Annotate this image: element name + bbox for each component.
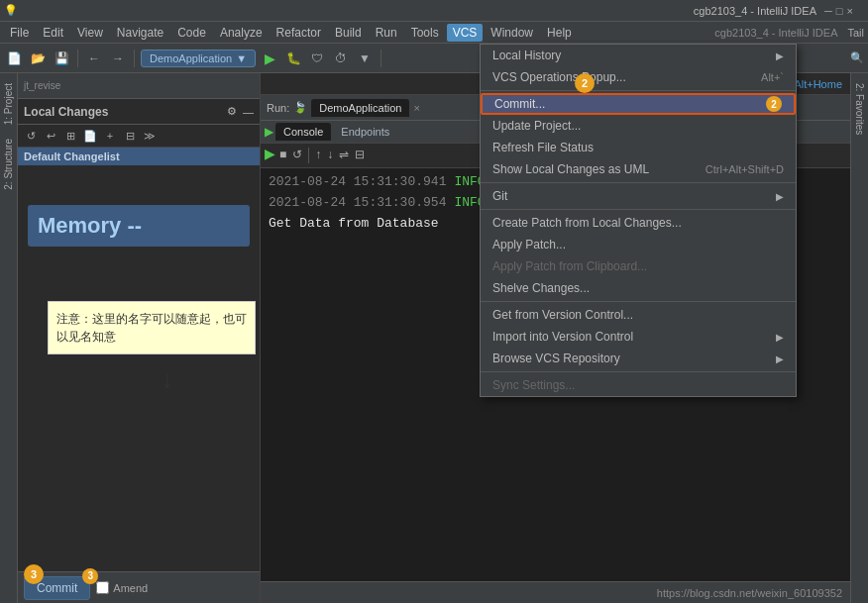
scroll-down-btn[interactable]: ↓ <box>325 146 335 165</box>
menu-code[interactable]: Code <box>171 24 212 42</box>
group-icon[interactable]: ⊟ <box>121 127 139 145</box>
uml-shortcut: Ctrl+Alt+Shift+D <box>705 163 784 175</box>
more-run-btn[interactable]: ▼ <box>355 49 375 68</box>
nav-bar-shortcut: Alt+Home <box>794 78 842 90</box>
favorites-tab[interactable]: 2: Favorites <box>852 77 867 141</box>
get-from-vc-label: Get from Version Control... <box>492 308 633 322</box>
apply-patch-label: Apply Patch... <box>492 238 566 251</box>
operations-popup-label: VCS Operations Popup... <box>492 70 626 84</box>
menu-tools[interactable]: Tools <box>405 24 445 42</box>
vcs-update[interactable]: Update Project... <box>481 115 796 137</box>
vcs-sync-settings: Sync Settings... <box>481 374 796 396</box>
rerun-btn[interactable]: ↺ <box>290 146 304 165</box>
run-config-chevron: ▼ <box>236 52 247 64</box>
menu-vcs[interactable]: VCS <box>447 24 484 42</box>
panel-toolbar: ↺ ↩ ⊞ 📄 + ⊟ ≫ <box>18 125 260 148</box>
diff-icon[interactable]: ⊞ <box>61 127 79 145</box>
vcs-commit[interactable]: Commit... 2 <box>481 93 796 115</box>
minimize-btn[interactable]: ─ <box>824 5 832 17</box>
amend-checkbox-area[interactable]: Amend <box>96 581 148 594</box>
expand-icon[interactable]: ≫ <box>141 127 159 145</box>
save-btn[interactable]: 💾 <box>52 49 71 68</box>
menu-refactor[interactable]: Refactor <box>271 24 327 42</box>
panel-header: jt_revise <box>18 73 260 99</box>
operations-shortcut: Alt+` <box>761 71 784 83</box>
run-tab-close[interactable]: × <box>413 102 419 114</box>
close-btn[interactable]: × <box>846 5 852 17</box>
forward-btn[interactable]: → <box>108 49 128 68</box>
back-btn[interactable]: ← <box>84 49 104 68</box>
title-bar-left: 💡 <box>4 4 694 17</box>
menu-build[interactable]: Build <box>329 24 368 42</box>
refresh-icon[interactable]: ↺ <box>22 127 40 145</box>
amend-checkbox[interactable] <box>96 581 109 594</box>
sep3 <box>380 50 381 67</box>
vcs-operations-popup[interactable]: VCS Operations Popup... Alt+` <box>481 66 796 88</box>
menu-sep-5 <box>481 371 796 372</box>
vcs-refresh[interactable]: Refresh File Status <box>481 137 796 158</box>
new-file-btn[interactable]: 📄 <box>4 49 24 68</box>
run-app-tab[interactable]: DemoApplication <box>311 99 409 117</box>
search-area[interactable]: 🔍 <box>850 51 864 64</box>
stop-btn[interactable]: ■ <box>277 146 288 165</box>
commit-badge: 3 <box>82 568 98 584</box>
local-changes-title: Local Changes <box>24 105 221 119</box>
undo-icon[interactable]: ↩ <box>42 127 59 145</box>
vcs-create-patch[interactable]: Create Patch from Local Changes... <box>481 212 796 234</box>
title-bar: 💡 cgb2103_4 - IntelliJ IDEA ─ □ × <box>0 0 868 22</box>
left-tabs: 1: Project 2: Structure <box>0 73 18 603</box>
menu-run[interactable]: Run <box>370 24 403 42</box>
vcs-local-history[interactable]: Local History ▶ <box>481 45 796 66</box>
show-uml-label: Show Local Changes as UML <box>492 162 649 176</box>
status-url: https://blog.csdn.net/weixin_60109352 <box>657 587 842 599</box>
vcs-import[interactable]: Import into Version Control ▶ <box>481 326 796 348</box>
filter-btn[interactable]: ⊟ <box>353 146 367 165</box>
bottom-bar: https://blog.csdn.net/weixin_60109352 <box>261 581 850 603</box>
project-tab[interactable]: 1: Project <box>1 77 16 131</box>
close-panel-icon[interactable]: — <box>243 106 254 118</box>
menu-sep-3 <box>481 209 796 210</box>
coverage-btn[interactable]: 🛡 <box>307 49 327 68</box>
run-app-icon: 🍃 <box>293 101 307 114</box>
settings-icon[interactable]: ⚙ <box>227 105 237 118</box>
git-label: Git <box>492 189 507 203</box>
scroll-up-btn[interactable]: ↑ <box>313 146 323 165</box>
menu-file[interactable]: File <box>4 24 35 42</box>
profile-btn[interactable]: ⏱ <box>331 49 351 68</box>
browse-label: Browse VCS Repository <box>492 352 620 365</box>
tab-console[interactable]: Console <box>275 123 331 141</box>
menu-help[interactable]: Help <box>541 24 578 42</box>
vcs-git[interactable]: Git ▶ <box>481 185 796 207</box>
run-config-selector[interactable]: DemoApplication ▼ <box>141 50 256 67</box>
git-arrow: ▶ <box>776 191 784 202</box>
commit-label: Commit... <box>494 97 545 111</box>
menu-navigate[interactable]: Navigate <box>111 24 169 42</box>
commit-area: Commit 3 Amend <box>18 571 260 603</box>
menu-view[interactable]: View <box>71 24 109 42</box>
local-history-arrow: ▶ <box>776 50 784 61</box>
vcs-shelve[interactable]: Shelve Changes... <box>481 277 796 299</box>
arrow-indicator: ↓ <box>162 365 173 393</box>
menu-edit[interactable]: Edit <box>37 24 69 42</box>
structure-tab[interactable]: 2: Structure <box>1 133 16 196</box>
vcs-get-from-vc[interactable]: Get from Version Control... <box>481 304 796 326</box>
open-btn[interactable]: 📂 <box>28 49 48 68</box>
vcs-browse[interactable]: Browse VCS Repository ▶ <box>481 348 796 369</box>
search-icon: 🔍 <box>850 51 864 64</box>
run-play-btn[interactable]: ▶ <box>265 125 273 139</box>
run-action-btn[interactable]: ▶ <box>265 146 275 165</box>
local-history-label: Local History <box>492 49 561 62</box>
file-icon[interactable]: 📄 <box>81 127 99 145</box>
run-btn[interactable]: ▶ <box>260 49 279 68</box>
vcs-show-uml[interactable]: Show Local Changes as UML Ctrl+Alt+Shift… <box>481 158 796 180</box>
right-side-tabs: 2: Favorites <box>850 73 868 603</box>
refresh-label: Refresh File Status <box>492 141 594 154</box>
debug-btn[interactable]: 🐛 <box>283 49 303 68</box>
menu-window[interactable]: Window <box>485 24 539 42</box>
menu-analyze[interactable]: Analyze <box>214 24 269 42</box>
add-icon[interactable]: + <box>101 127 119 145</box>
tab-endpoints[interactable]: Endpoints <box>333 123 397 141</box>
maximize-btn[interactable]: □ <box>836 5 843 17</box>
wrap-btn[interactable]: ⇌ <box>337 146 351 165</box>
vcs-apply-patch[interactable]: Apply Patch... <box>481 234 796 255</box>
